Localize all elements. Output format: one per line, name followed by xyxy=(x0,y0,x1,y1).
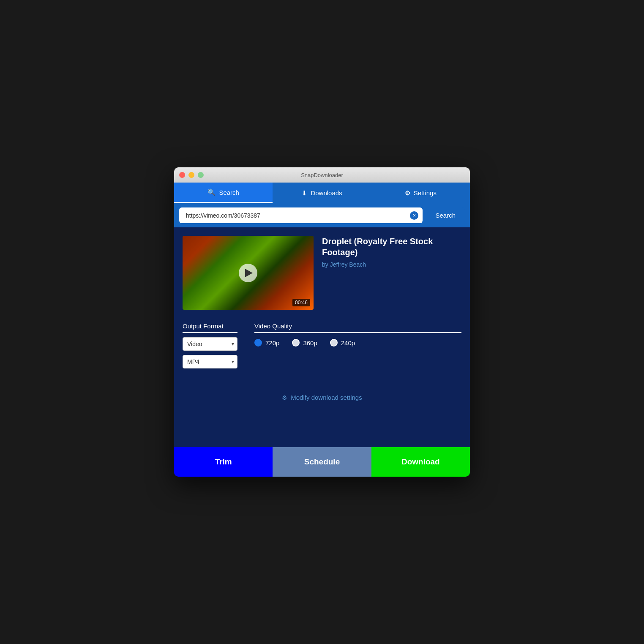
quality-240p-label: 240p xyxy=(341,339,355,347)
play-icon xyxy=(245,269,253,277)
clear-button[interactable]: × xyxy=(410,211,418,220)
schedule-button[interactable]: Schedule xyxy=(273,447,371,477)
maximize-button[interactable] xyxy=(198,172,204,178)
tab-downloads-label: Downloads xyxy=(311,189,342,196)
video-quality-label: Video Quality xyxy=(254,322,461,333)
tab-downloads[interactable]: ⬇ Downloads xyxy=(273,183,371,203)
app-window: SnapDownloader 🔍 Search ⬇ Downloads ⚙ Se… xyxy=(174,167,470,477)
url-input[interactable] xyxy=(183,208,410,223)
video-thumbnail[interactable]: 00:46 xyxy=(183,236,314,310)
trim-button[interactable]: Trim xyxy=(174,447,273,477)
modify-settings-label: Modify download settings xyxy=(291,394,362,401)
main-content: 00:46 Droplet (Royalty Free Stock Footag… xyxy=(174,227,470,447)
download-button[interactable]: Download xyxy=(371,447,470,477)
window-controls xyxy=(179,172,204,178)
radio-720p-inner xyxy=(256,341,260,345)
quality-options: 720p 360p 240p xyxy=(254,339,461,347)
footer-buttons: Trim Schedule Download xyxy=(174,447,470,477)
output-format-label: Output Format xyxy=(183,322,237,333)
quality-option-360p[interactable]: 360p xyxy=(292,339,317,347)
format-select[interactable]: Video Audio xyxy=(183,337,237,351)
tab-settings[interactable]: ⚙ Settings xyxy=(371,183,470,203)
close-button[interactable] xyxy=(179,172,185,178)
video-section: 00:46 Droplet (Royalty Free Stock Footag… xyxy=(183,236,461,310)
video-author: by Jeffrey Beach xyxy=(322,261,461,268)
options-section: Output Format Video Audio ▾ MP4 MKV MOV … xyxy=(183,322,461,368)
quality-option-240p[interactable]: 240p xyxy=(330,339,355,347)
titlebar: SnapDownloader xyxy=(174,167,470,183)
tab-bar: 🔍 Search ⬇ Downloads ⚙ Settings xyxy=(174,183,470,203)
radio-720p[interactable] xyxy=(254,339,262,347)
play-overlay[interactable] xyxy=(239,264,257,282)
search-bar: × Search xyxy=(174,203,470,227)
quality-720p-label: 720p xyxy=(265,339,279,347)
radio-360p[interactable] xyxy=(292,339,300,347)
video-quality-group: Video Quality 720p 360p 240p xyxy=(254,322,461,368)
radio-240p[interactable] xyxy=(330,339,338,347)
tab-search-label: Search xyxy=(219,189,239,196)
container-select[interactable]: MP4 MKV MOV AVI xyxy=(183,355,237,368)
app-title: SnapDownloader xyxy=(301,172,343,178)
video-title: Droplet (Royalty Free Stock Footage) xyxy=(322,236,461,258)
video-info: Droplet (Royalty Free Stock Footage) by … xyxy=(322,236,461,310)
minimize-button[interactable] xyxy=(188,172,194,178)
search-tab-icon: 🔍 xyxy=(207,188,216,196)
quality-option-720p[interactable]: 720p xyxy=(254,339,279,347)
quality-360p-label: 360p xyxy=(303,339,317,347)
modify-settings-icon: ⚙ xyxy=(282,394,287,401)
video-duration: 00:46 xyxy=(292,299,310,306)
format-select-wrapper: Video Audio ▾ xyxy=(183,337,237,351)
container-select-wrapper: MP4 MKV MOV AVI ▾ xyxy=(183,355,237,368)
modify-settings-link[interactable]: ⚙ Modify download settings xyxy=(183,377,461,401)
url-input-wrapper: × xyxy=(179,207,423,223)
settings-tab-icon: ⚙ xyxy=(405,189,410,197)
downloads-tab-icon: ⬇ xyxy=(302,189,307,197)
search-button[interactable]: Search xyxy=(426,207,465,223)
tab-settings-label: Settings xyxy=(414,189,437,196)
tab-search[interactable]: 🔍 Search xyxy=(174,183,273,203)
output-format-group: Output Format Video Audio ▾ MP4 MKV MOV … xyxy=(183,322,237,368)
